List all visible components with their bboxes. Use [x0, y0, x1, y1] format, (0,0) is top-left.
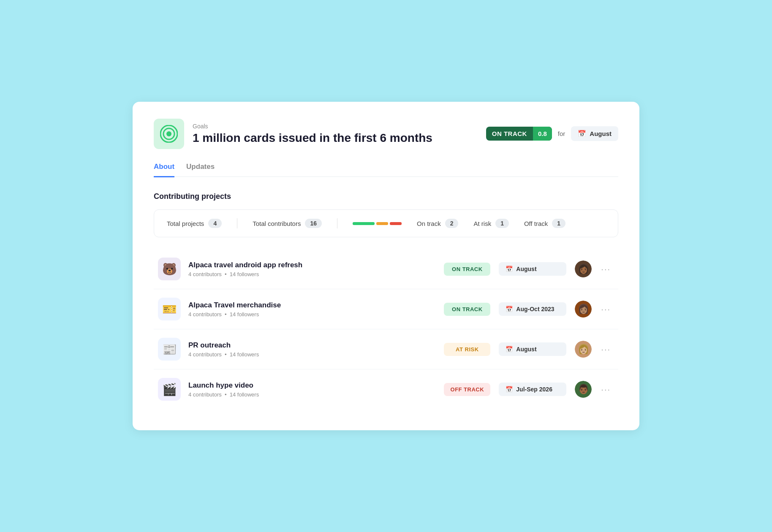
off-track-summary-label: Off track	[524, 220, 548, 227]
project-calendar-icon: 📅	[506, 346, 513, 353]
avatar-image: 👩🏾	[575, 261, 592, 277]
on-track-score: 0.8	[533, 127, 552, 141]
header-left: Goals 1 million cards issued in the firs…	[154, 119, 432, 149]
month-selector[interactable]: 📅 August	[571, 126, 618, 141]
project-icon: 🎬	[158, 378, 181, 401]
project-status-badge: ON TRACK	[444, 263, 490, 276]
total-contributors-label: Total contributors	[253, 220, 301, 227]
more-options-button[interactable]: ···	[598, 383, 614, 396]
total-projects-count: 4	[208, 219, 222, 228]
at-risk-summary: At risk 1	[473, 219, 508, 228]
on-track-summary-label: On track	[417, 220, 441, 227]
project-meta: 4 contributors • 14 followers	[188, 391, 444, 398]
goals-label: Goals	[193, 123, 432, 130]
red-bar	[390, 222, 402, 225]
project-date: 📅 August	[499, 262, 566, 276]
project-status-badge: ON TRACK	[444, 303, 490, 316]
project-icon: 🎫	[158, 298, 181, 320]
project-date-label: August	[516, 266, 536, 272]
project-name: Alpaca travel android app refresh	[188, 261, 444, 269]
section-title: Contributing projects	[154, 192, 618, 201]
avatar: 👩🏼	[575, 341, 592, 358]
header-right: ON TRACK 0.8 for 📅 August	[486, 126, 618, 141]
off-track-summary: Off track 1	[524, 219, 565, 228]
orange-bar	[376, 222, 388, 225]
for-label: for	[558, 130, 565, 137]
more-options-button[interactable]: ···	[598, 263, 614, 276]
more-options-button[interactable]: ···	[598, 303, 614, 316]
project-meta: 4 contributors • 14 followers	[188, 271, 444, 277]
project-row[interactable]: 📰 PR outreach 4 contributors • 14 follow…	[154, 329, 618, 369]
project-date-label: Jul-Sep 2026	[516, 386, 552, 393]
avatar-image: 👩🏽	[575, 301, 592, 318]
header: Goals 1 million cards issued in the firs…	[154, 119, 618, 149]
project-date: 📅 Jul-Sep 2026	[499, 383, 566, 396]
project-status-badge: AT RISK	[444, 343, 490, 356]
green-bar	[353, 222, 375, 225]
project-status-badge: OFF TRACK	[444, 383, 490, 396]
summary-bar: Total projects 4 Total contributors 16 O…	[154, 209, 618, 237]
project-info: Alpaca Travel merchandise 4 contributors…	[188, 301, 444, 318]
tab-about[interactable]: About	[154, 163, 174, 177]
on-track-summary-count: 2	[445, 219, 459, 228]
project-meta: 4 contributors • 14 followers	[188, 351, 444, 358]
project-icon: 📰	[158, 338, 181, 361]
goal-icon	[154, 119, 184, 149]
project-name: PR outreach	[188, 341, 444, 350]
total-contributors-count: 16	[305, 219, 322, 228]
project-name: Launch hype video	[188, 381, 444, 390]
project-name: Alpaca Travel merchandise	[188, 301, 444, 309]
project-calendar-icon: 📅	[506, 386, 513, 393]
avatar: 👨🏾	[575, 381, 592, 398]
project-info: Launch hype video 4 contributors • 14 fo…	[188, 381, 444, 398]
tab-updates[interactable]: Updates	[186, 163, 215, 177]
project-date-label: August	[516, 346, 536, 353]
avatar: 👩🏽	[575, 301, 592, 318]
project-calendar-icon: 📅	[506, 306, 513, 312]
divider	[237, 218, 237, 228]
project-info: Alpaca travel android app refresh 4 cont…	[188, 261, 444, 277]
project-calendar-icon: 📅	[506, 266, 513, 272]
total-projects-item: Total projects 4	[167, 219, 222, 228]
project-row[interactable]: 🎫 Alpaca Travel merchandise 4 contributo…	[154, 289, 618, 329]
project-info: PR outreach 4 contributors • 14 follower…	[188, 341, 444, 358]
on-track-badge: ON TRACK 0.8	[486, 127, 552, 141]
avatar-image: 👨🏾	[575, 381, 592, 398]
divider2	[337, 218, 337, 228]
project-icon: 🐻	[158, 258, 181, 280]
main-card: Goals 1 million cards issued in the firs…	[133, 102, 639, 431]
on-track-label: ON TRACK	[486, 127, 533, 141]
tabs: About Updates	[154, 163, 618, 177]
on-track-summary: On track 2	[417, 219, 458, 228]
at-risk-summary-label: At risk	[473, 220, 491, 227]
calendar-icon: 📅	[578, 130, 586, 138]
avatar-image: 👩🏼	[575, 341, 592, 358]
projects-list: 🐻 Alpaca travel android app refresh 4 co…	[154, 249, 618, 409]
project-date-label: Aug-Oct 2023	[516, 306, 554, 312]
progress-bars	[353, 222, 402, 225]
project-date: 📅 Aug-Oct 2023	[499, 302, 566, 316]
svg-point-2	[166, 131, 171, 136]
avatar: 👩🏾	[575, 261, 592, 277]
project-row[interactable]: 🐻 Alpaca travel android app refresh 4 co…	[154, 249, 618, 289]
off-track-summary-count: 1	[552, 219, 565, 228]
at-risk-summary-count: 1	[495, 219, 509, 228]
total-contributors-item: Total contributors 16	[253, 219, 322, 228]
month-label: August	[590, 130, 612, 137]
header-text: Goals 1 million cards issued in the firs…	[193, 123, 432, 145]
total-projects-label: Total projects	[167, 220, 204, 227]
more-options-button[interactable]: ···	[598, 343, 614, 356]
project-row[interactable]: 🎬 Launch hype video 4 contributors • 14 …	[154, 369, 618, 409]
project-meta: 4 contributors • 14 followers	[188, 311, 444, 318]
goal-title: 1 million cards issued in the first 6 mo…	[193, 131, 432, 145]
project-date: 📅 August	[499, 342, 566, 356]
